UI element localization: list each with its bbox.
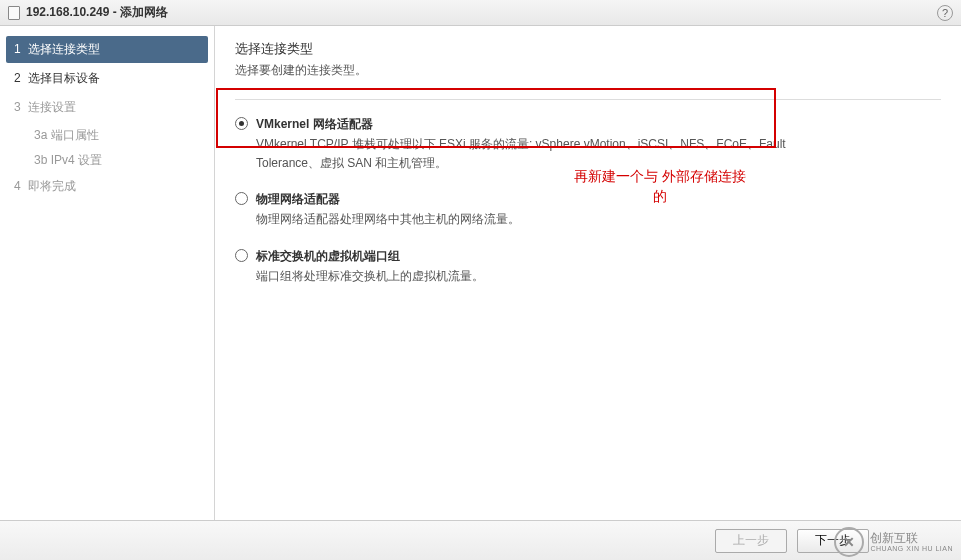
next-button[interactable]: 下一步 bbox=[797, 529, 869, 553]
step-label: 选择目标设备 bbox=[28, 71, 100, 85]
content-title: 选择连接类型 bbox=[235, 40, 941, 58]
option-desc: 端口组将处理标准交换机上的虚拟机流量。 bbox=[256, 267, 796, 286]
help-icon[interactable]: ? bbox=[937, 5, 953, 21]
step-connection-settings: 3 连接设置 bbox=[6, 94, 208, 121]
host-icon bbox=[8, 6, 20, 20]
substep-label: 端口属性 bbox=[51, 128, 99, 142]
substep-ipv4-settings: 3b IPv4 设置 bbox=[6, 148, 208, 173]
step-target-device[interactable]: 2 选择目标设备 bbox=[6, 65, 208, 92]
content-subtitle: 选择要创建的连接类型。 bbox=[235, 62, 941, 79]
option-vmkernel[interactable]: VMkernel 网络适配器 VMkernel TCP/IP 堆栈可处理以下 E… bbox=[235, 114, 941, 175]
substep-label: IPv4 设置 bbox=[51, 153, 102, 167]
step-label: 选择连接类型 bbox=[28, 42, 100, 56]
content-panel: 选择连接类型 选择要创建的连接类型。 VMkernel 网络适配器 VMkern… bbox=[215, 26, 961, 520]
radio-physical[interactable] bbox=[235, 192, 248, 205]
wizard-sidebar: 1 选择连接类型 2 选择目标设备 3 连接设置 3a 端口属性 3b IPv4… bbox=[0, 26, 215, 520]
option-label: 物理网络适配器 bbox=[256, 191, 796, 208]
radio-vmkernel[interactable] bbox=[235, 117, 248, 130]
option-desc: 物理网络适配器处理网络中其他主机的网络流量。 bbox=[256, 210, 796, 229]
footer: 上一步 下一步 bbox=[0, 520, 961, 560]
option-label: 标准交换机的虚拟机端口组 bbox=[256, 248, 796, 265]
back-button: 上一步 bbox=[715, 529, 787, 553]
divider bbox=[235, 99, 941, 100]
titlebar: 192.168.10.249 - 添加网络 ? bbox=[0, 0, 961, 26]
button-spacer bbox=[879, 529, 951, 553]
option-label: VMkernel 网络适配器 bbox=[256, 116, 796, 133]
window-title: 192.168.10.249 - 添加网络 bbox=[26, 4, 937, 21]
substep-port-properties: 3a 端口属性 bbox=[6, 123, 208, 148]
option-physical-adapter[interactable]: 物理网络适配器 物理网络适配器处理网络中其他主机的网络流量。 bbox=[235, 189, 941, 231]
option-vm-portgroup[interactable]: 标准交换机的虚拟机端口组 端口组将处理标准交换机上的虚拟机流量。 bbox=[235, 246, 941, 288]
options-group: VMkernel 网络适配器 VMkernel TCP/IP 堆栈可处理以下 E… bbox=[235, 114, 941, 288]
step-label: 连接设置 bbox=[28, 100, 76, 114]
radio-portgroup[interactable] bbox=[235, 249, 248, 262]
option-desc: VMkernel TCP/IP 堆栈可处理以下 ESXi 服务的流量: vSph… bbox=[256, 135, 796, 173]
step-ready-to-complete: 4 即将完成 bbox=[6, 173, 208, 200]
step-connection-type[interactable]: 1 选择连接类型 bbox=[6, 36, 208, 63]
step-label: 即将完成 bbox=[28, 179, 76, 193]
